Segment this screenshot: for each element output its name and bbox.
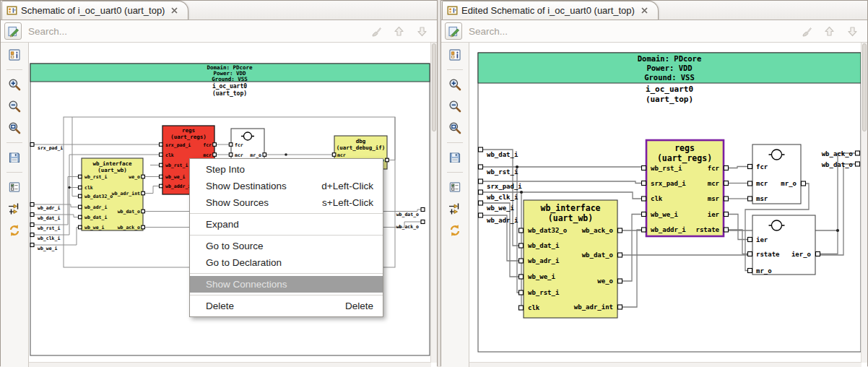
port-pin[interactable] bbox=[519, 290, 524, 295]
port-pin[interactable] bbox=[142, 225, 145, 229]
port-pin[interactable] bbox=[724, 228, 729, 232]
input-pin[interactable] bbox=[30, 233, 34, 237]
close-tab-icon[interactable] bbox=[171, 7, 178, 14]
port-pin[interactable] bbox=[642, 197, 646, 201]
filter-options-button[interactable] bbox=[446, 178, 464, 196]
block-process-2[interactable]: ier rstate mr_o ier_o bbox=[748, 215, 820, 275]
menu-item-delete[interactable]: Delete Delete bbox=[190, 298, 383, 314]
search-input[interactable] bbox=[462, 26, 796, 37]
port-pin[interactable] bbox=[386, 158, 389, 162]
port-pin[interactable] bbox=[748, 252, 752, 256]
filter-options-button[interactable] bbox=[5, 178, 24, 196]
zoom-in-button[interactable] bbox=[5, 76, 24, 93]
input-pin[interactable] bbox=[30, 203, 34, 207]
menu-item-step-into[interactable]: Step Into bbox=[190, 161, 383, 178]
block-process-1[interactable]: fcr mcr msr mr_o bbox=[748, 144, 806, 204]
input-pin[interactable] bbox=[30, 143, 34, 147]
port-pin[interactable] bbox=[160, 184, 163, 188]
search-input[interactable] bbox=[22, 26, 365, 37]
port-pin[interactable] bbox=[618, 253, 622, 257]
output-pin[interactable] bbox=[421, 220, 425, 224]
port-pin[interactable] bbox=[642, 212, 646, 217]
output-pin[interactable] bbox=[421, 208, 425, 212]
block-regs-selected[interactable]: regs (uart_regs) wb_rst_i srx_pad_i clk … bbox=[642, 140, 729, 236]
zoom-out-button[interactable] bbox=[446, 98, 464, 115]
find-next-icon[interactable] bbox=[416, 25, 428, 38]
menu-item-show-destinations[interactable]: Show Destinations d+Left-Click bbox=[190, 178, 383, 194]
port-pin[interactable] bbox=[79, 175, 82, 178]
refresh-button[interactable] bbox=[446, 222, 464, 239]
block-wb-interface[interactable]: wb_interface (uart_wb) wb_rst_i clk wb_d… bbox=[79, 158, 145, 230]
trace-connections-button[interactable] bbox=[446, 200, 464, 217]
port-pin[interactable] bbox=[642, 166, 646, 170]
menu-item-go-to-source[interactable]: Go to Source bbox=[190, 238, 383, 254]
zoom-fit-button[interactable] bbox=[5, 119, 24, 137]
zoom-in-button[interactable] bbox=[446, 76, 464, 93]
port-pin[interactable] bbox=[213, 153, 217, 157]
clear-highlight-icon[interactable] bbox=[370, 25, 382, 38]
port-pin[interactable] bbox=[263, 153, 266, 157]
tab-edited-schematic[interactable]: Edited Schematic of i_oc_uart0 (uart_top… bbox=[442, 1, 659, 20]
port-pin[interactable] bbox=[618, 305, 622, 309]
find-previous-icon[interactable] bbox=[393, 25, 405, 38]
menu-item-show-sources[interactable]: Show Sources s+Left-Click bbox=[190, 194, 383, 211]
port-pin[interactable] bbox=[724, 181, 729, 186]
input-pin[interactable] bbox=[30, 243, 34, 247]
port-pin[interactable] bbox=[748, 269, 752, 273]
input-pin[interactable] bbox=[479, 179, 483, 184]
menu-item-show-connections[interactable]: Show Connections bbox=[190, 276, 383, 293]
port-pin[interactable] bbox=[229, 143, 233, 147]
input-pin[interactable] bbox=[479, 190, 483, 194]
horizontal-scrollbar[interactable] bbox=[469, 362, 862, 367]
input-pin[interactable] bbox=[479, 213, 483, 217]
port-pin[interactable] bbox=[519, 259, 524, 263]
port-pin[interactable] bbox=[802, 181, 806, 186]
refresh-button[interactable] bbox=[5, 222, 24, 239]
close-tab-icon[interactable] bbox=[641, 7, 648, 14]
port-pin[interactable] bbox=[724, 212, 729, 217]
block-process[interactable]: fcr mcr mr_o bbox=[229, 129, 266, 160]
port-pin[interactable] bbox=[748, 197, 752, 201]
save-button[interactable] bbox=[5, 149, 24, 166]
port-pin[interactable] bbox=[642, 181, 646, 186]
port-pin[interactable] bbox=[160, 163, 163, 167]
port-pin[interactable] bbox=[748, 238, 752, 242]
port-pin[interactable] bbox=[79, 186, 82, 189]
scrollbar-thumb[interactable] bbox=[862, 43, 867, 131]
tab-schematic[interactable]: Schematic of i_oc_uart0 (uart_top) bbox=[1, 1, 188, 20]
port-pin[interactable] bbox=[332, 153, 336, 157]
port-pin[interactable] bbox=[142, 191, 145, 195]
port-pin[interactable] bbox=[160, 153, 163, 157]
horizontal-scrollbar[interactable] bbox=[29, 362, 431, 367]
trace-connections-button[interactable] bbox=[5, 200, 24, 217]
component-info-button[interactable] bbox=[446, 46, 464, 64]
block-wb-interface[interactable]: wb_interface (uart_wb) wb_dat32_o wb_dat… bbox=[519, 200, 622, 318]
port-pin[interactable] bbox=[519, 306, 524, 310]
port-pin[interactable] bbox=[79, 215, 82, 219]
port-pin[interactable] bbox=[519, 275, 524, 279]
search-options-button[interactable] bbox=[4, 22, 22, 40]
input-pin[interactable] bbox=[479, 147, 483, 152]
right-schematic-canvas[interactable]: Domain: PDcore Power: VDD Ground: VSS i_… bbox=[469, 43, 867, 367]
port-pin[interactable] bbox=[79, 225, 82, 229]
component-info-button[interactable] bbox=[5, 46, 24, 64]
port-pin[interactable] bbox=[519, 228, 524, 233]
input-pin[interactable] bbox=[479, 165, 483, 169]
vertical-scrollbar[interactable] bbox=[430, 43, 437, 363]
output-pin[interactable] bbox=[856, 162, 860, 166]
port-pin[interactable] bbox=[724, 197, 729, 201]
find-previous-icon[interactable] bbox=[823, 25, 836, 38]
port-pin[interactable] bbox=[79, 194, 82, 198]
port-pin[interactable] bbox=[816, 252, 820, 256]
save-button[interactable] bbox=[446, 149, 464, 166]
output-pin[interactable] bbox=[856, 151, 860, 155]
vertical-scrollbar[interactable] bbox=[861, 43, 867, 363]
find-next-icon[interactable] bbox=[846, 25, 859, 38]
input-pin[interactable] bbox=[479, 201, 483, 205]
port-pin[interactable] bbox=[519, 243, 524, 248]
port-pin[interactable] bbox=[229, 153, 233, 157]
port-pin[interactable] bbox=[142, 210, 145, 213]
port-pin[interactable] bbox=[618, 228, 622, 233]
port-pin[interactable] bbox=[79, 205, 82, 209]
port-pin[interactable] bbox=[142, 175, 145, 178]
